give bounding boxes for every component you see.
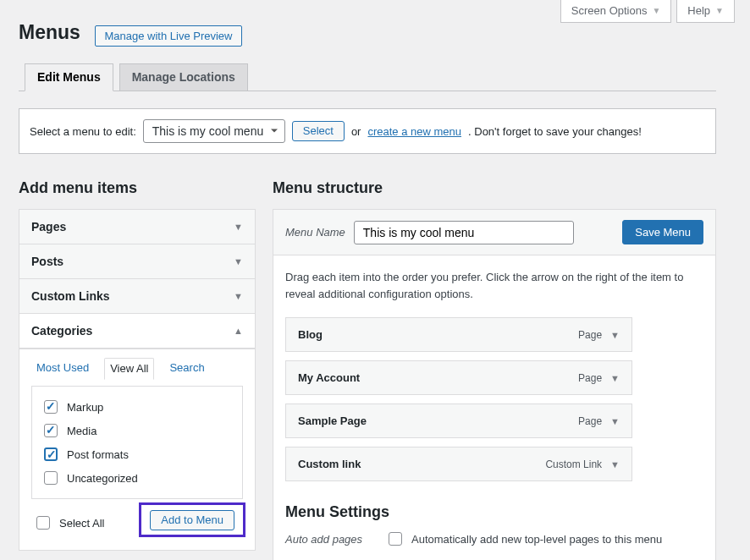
menu-item-title: Blog (298, 328, 323, 341)
subtab-view-all[interactable]: View All (104, 358, 154, 380)
menu-item[interactable]: Sample PagePage▼ (285, 404, 632, 438)
menu-item-type: Custom Link (545, 458, 602, 470)
add-to-menu-button[interactable]: Add to Menu (150, 510, 234, 530)
or-text: or (351, 125, 361, 138)
chevron-down-icon: ▼ (652, 6, 660, 15)
chevron-down-icon[interactable]: ▼ (610, 373, 620, 383)
add-items-heading: Add menu items (19, 179, 256, 197)
menu-structure-heading: Menu structure (273, 179, 716, 197)
instructions-text: Drag each item into the order you prefer… (285, 269, 703, 302)
help-toggle[interactable]: Help▼ (676, 0, 735, 23)
menu-item[interactable]: Custom linkCustom Link▼ (285, 447, 632, 481)
panel-posts[interactable]: Posts▼ (19, 244, 255, 279)
panel-custom-links[interactable]: Custom Links▼ (19, 279, 255, 314)
category-label: Markup (67, 401, 103, 414)
menu-item-title: Custom link (298, 458, 361, 470)
panel-pages[interactable]: Pages▼ (19, 210, 255, 244)
select-menu-label: Select a menu to edit: (30, 125, 136, 138)
tab-manage-locations[interactable]: Manage Locations (119, 63, 248, 91)
manage-live-preview-button[interactable]: Manage with Live Preview (95, 25, 241, 47)
subtab-search[interactable]: Search (164, 358, 209, 379)
menu-item-title: My Account (298, 371, 360, 384)
chevron-down-icon: ▼ (715, 6, 724, 15)
create-new-menu-link[interactable]: create a new menu (367, 125, 461, 138)
menu-item-type: Page (578, 415, 602, 427)
menu-item-title: Sample Page (298, 415, 367, 427)
category-checkbox[interactable] (44, 424, 58, 437)
menu-item-type: Page (578, 372, 602, 384)
chevron-down-icon[interactable]: ▼ (610, 330, 620, 340)
category-item[interactable]: Post formats (41, 442, 234, 466)
save-menu-button[interactable]: Save Menu (622, 220, 703, 244)
select-all-row[interactable]: Select All (33, 511, 104, 535)
chevron-down-icon[interactable]: ▼ (610, 459, 620, 469)
chevron-down-icon[interactable]: ▼ (610, 416, 620, 426)
menu-select[interactable]: This is my cool menu (143, 119, 285, 143)
category-item[interactable]: Uncategorized (41, 466, 234, 490)
category-checkbox[interactable] (44, 400, 58, 414)
select-button[interactable]: Select (292, 121, 345, 141)
category-checkbox[interactable] (44, 447, 58, 461)
auto-add-label: Auto add pages (285, 533, 370, 546)
screen-options-toggle[interactable]: Screen Options▼ (560, 0, 672, 23)
menu-item[interactable]: My AccountPage▼ (285, 360, 632, 395)
auto-add-row[interactable]: Automatically add new top-level pages to… (385, 530, 662, 548)
category-label: Media (67, 425, 97, 437)
category-label: Uncategorized (67, 472, 138, 485)
menu-settings-heading: Menu Settings (285, 503, 703, 521)
subtab-most-used[interactable]: Most Used (31, 358, 94, 379)
tab-edit-menus[interactable]: Edit Menus (25, 63, 113, 91)
category-item[interactable]: Markup (41, 395, 234, 419)
chevron-up-icon: ▲ (234, 326, 243, 336)
chevron-down-icon: ▼ (234, 222, 243, 232)
chevron-down-icon: ▼ (234, 256, 243, 266)
auto-add-checkbox[interactable] (389, 532, 402, 546)
chevron-down-icon: ▼ (234, 291, 243, 301)
add-to-menu-highlight: Add to Menu (139, 502, 245, 537)
panel-categories[interactable]: Categories▲ (19, 314, 255, 349)
category-checkbox[interactable] (44, 471, 58, 485)
select-all-checkbox[interactable] (36, 516, 50, 530)
category-label: Post formats (67, 448, 129, 461)
page-title: Menus (19, 14, 80, 47)
menu-name-label: Menu Name (285, 226, 345, 239)
category-item[interactable]: Media (41, 419, 234, 442)
menu-item-type: Page (578, 329, 602, 341)
reminder-text: . Don't forget to save your changes! (468, 125, 642, 138)
menu-item[interactable]: BlogPage▼ (285, 317, 632, 352)
menu-name-input[interactable] (354, 221, 574, 244)
